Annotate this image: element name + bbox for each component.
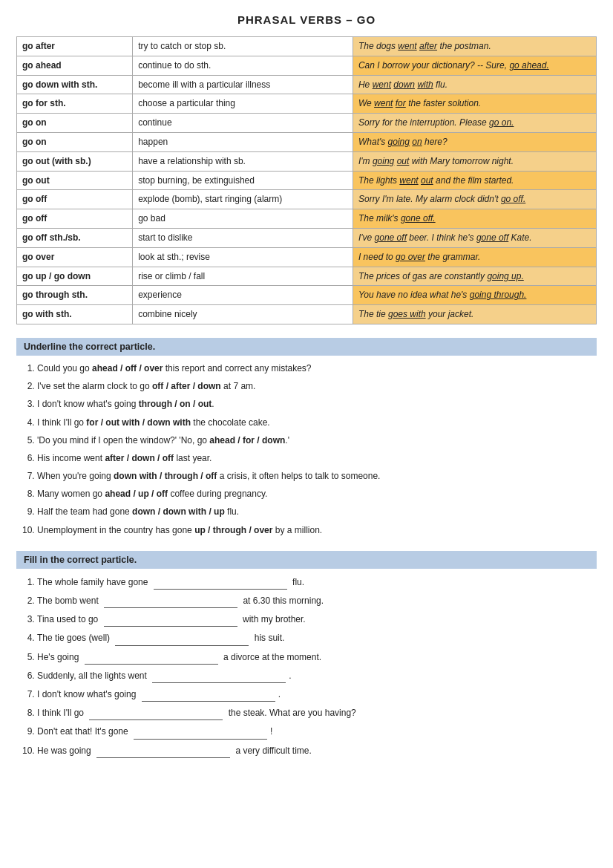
list-item: I think I'll go for / out with / down wi… <box>37 416 597 430</box>
table-row: go offgo badThe milk's gone off. <box>17 209 597 229</box>
term-cell: go on <box>17 132 133 151</box>
table-row: go offexplode (bomb), start ringing (ala… <box>17 190 597 209</box>
exercise2-list: The whole family have gone flu.The bomb … <box>16 575 597 758</box>
example-cell: Sorry I'm late. My alarm clock didn't go… <box>353 190 596 209</box>
term-cell: go out <box>17 171 133 190</box>
term-cell: go through sth. <box>17 286 133 305</box>
exercise1-section: Underline the correct particle. Could yo… <box>16 338 597 538</box>
list-item: He's going a divorce at the moment. <box>37 650 597 665</box>
list-item: He was going a very difficult time. <box>37 743 597 758</box>
list-item: I've set the alarm clock to go off / aft… <box>37 379 597 394</box>
list-item: The bomb went at 6.30 this morning. <box>37 593 597 608</box>
list-item: Don't eat that! It's gone ! <box>37 724 597 739</box>
table-row: go for sth.choose a particular thingWe w… <box>17 94 597 114</box>
exercise2-header: Fill in the correct particle. <box>16 551 597 569</box>
table-row: go overlook at sth.; reviseI need to go … <box>17 247 597 267</box>
example-cell: The tie goes with your jacket. <box>353 305 596 324</box>
term-cell: go over <box>17 247 133 267</box>
example-cell: The prices of gas are constantly going u… <box>353 267 596 286</box>
term-cell: go out (with sb.) <box>17 151 133 171</box>
table-row: go off sth./sb.start to dislikeI've gone… <box>17 228 597 247</box>
definition-cell: choose a particular thing <box>133 94 353 114</box>
list-item: Unemployment in the country has gone up … <box>37 523 597 538</box>
term-cell: go down with sth. <box>17 75 133 94</box>
example-cell: The dogs went after the postman. <box>353 37 596 56</box>
table-row: go oncontinueSorry for the interruption.… <box>17 114 597 133</box>
example-cell: You have no idea what he's going through… <box>353 286 596 305</box>
term-cell: go ahead <box>17 56 133 75</box>
term-cell: go off sth./sb. <box>17 228 133 247</box>
example-cell: Sorry for the interruption. Please go on… <box>353 114 596 133</box>
term-cell: go off <box>17 190 133 209</box>
table-row: go aftertry to catch or stop sb.The dogs… <box>17 37 597 56</box>
definition-cell: look at sth.; revise <box>133 247 353 267</box>
definition-cell: happen <box>133 132 353 151</box>
definition-cell: explode (bomb), start ringing (alarm) <box>133 190 353 209</box>
list-item: Could you go ahead / off / over this rep… <box>37 362 597 376</box>
list-item: I think I'll go the steak. What are you … <box>37 705 597 720</box>
example-cell: The milk's gone off. <box>353 209 596 229</box>
table-row: go outstop burning, be extinguishedThe l… <box>17 171 597 190</box>
definition-cell: continue to do sth. <box>133 56 353 75</box>
example-cell: Can I borrow your dictionary? -- Sure, g… <box>353 56 596 75</box>
exercise2-section: Fill in the correct particle. The whole … <box>16 551 597 758</box>
list-item: Tina used to go with my brother. <box>37 612 597 627</box>
term-cell: go after <box>17 37 133 56</box>
list-item: I don't know what's going . <box>37 687 597 702</box>
page-title: PHRASAL VERBS – GO <box>16 13 597 26</box>
definition-cell: start to dislike <box>133 228 353 247</box>
term-cell: go for sth. <box>17 94 133 114</box>
definition-cell: have a relationship with sb. <box>133 151 353 171</box>
definition-cell: experience <box>133 286 353 305</box>
table-row: go out (with sb.)have a relationship wit… <box>17 151 597 171</box>
example-cell: The lights went out and the film started… <box>353 171 596 190</box>
list-item: Many women go ahead / up / off coffee du… <box>37 487 597 501</box>
phrasal-verbs-table: go aftertry to catch or stop sb.The dogs… <box>16 36 597 324</box>
example-cell: He went down with flu. <box>353 75 596 94</box>
table-row: go down with sth.become ill with a parti… <box>17 75 597 94</box>
table-row: go aheadcontinue to do sth.Can I borrow … <box>17 56 597 75</box>
table-row: go onhappenWhat's going on here? <box>17 132 597 151</box>
exercise1-list: Could you go ahead / off / over this rep… <box>16 362 597 538</box>
example-cell: I'm going out with Mary tomorrow night. <box>353 151 596 171</box>
definition-cell: become ill with a particular illness <box>133 75 353 94</box>
list-item: Suddenly, all the lights went . <box>37 668 597 683</box>
list-item: When you're going down with / through / … <box>37 469 597 483</box>
example-cell: I need to go over the grammar. <box>353 247 596 267</box>
list-item: Half the team had gone down / down with … <box>37 505 597 519</box>
example-cell: We went for the faster solution. <box>353 94 596 114</box>
example-cell: I've gone off beer. I think he's gone of… <box>353 228 596 247</box>
exercise1-header: Underline the correct particle. <box>16 338 597 356</box>
definition-cell: combine nicely <box>133 305 353 324</box>
term-cell: go with sth. <box>17 305 133 324</box>
term-cell: go off <box>17 209 133 229</box>
definition-cell: rise or climb / fall <box>133 267 353 286</box>
definition-cell: try to catch or stop sb. <box>133 37 353 56</box>
list-item: The whole family have gone flu. <box>37 575 597 590</box>
term-cell: go on <box>17 114 133 133</box>
table-row: go up / go downrise or climb / fallThe p… <box>17 267 597 286</box>
list-item: I don't know what's going through / on /… <box>37 397 597 411</box>
definition-cell: continue <box>133 114 353 133</box>
list-item: The tie goes (well) his suit. <box>37 630 597 645</box>
list-item: 'Do you mind if I open the window?' 'No,… <box>37 434 597 448</box>
term-cell: go up / go down <box>17 267 133 286</box>
definition-cell: stop burning, be extinguished <box>133 171 353 190</box>
table-row: go with sth.combine nicelyThe tie goes w… <box>17 305 597 324</box>
table-row: go through sth.experienceYou have no ide… <box>17 286 597 305</box>
example-cell: What's going on here? <box>353 132 596 151</box>
list-item: His income went after / down / off last … <box>37 451 597 466</box>
definition-cell: go bad <box>133 209 353 229</box>
